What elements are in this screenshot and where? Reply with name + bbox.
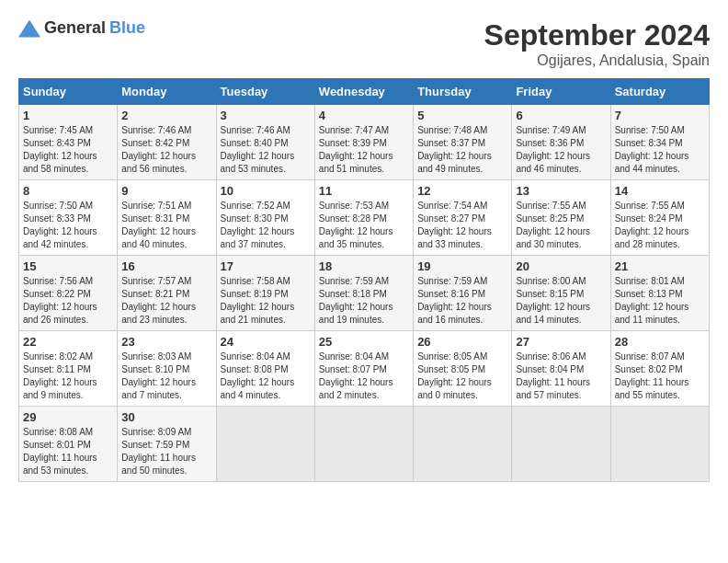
calendar-week-2: 15Sunrise: 7:56 AMSunset: 8:22 PMDayligh… bbox=[19, 256, 710, 331]
day-number: 27 bbox=[516, 335, 606, 349]
day-detail: Sunrise: 7:59 AMSunset: 8:18 PMDaylight:… bbox=[319, 276, 393, 325]
day-number: 12 bbox=[417, 184, 507, 198]
logo: GeneralBlue bbox=[18, 18, 145, 38]
location-title: Ogijares, Andalusia, Spain bbox=[484, 52, 710, 69]
calendar-cell: 25Sunrise: 8:04 AMSunset: 8:07 PMDayligh… bbox=[314, 331, 413, 407]
calendar-cell: 5Sunrise: 7:48 AMSunset: 8:37 PMDaylight… bbox=[414, 105, 512, 180]
calendar-cell: 4Sunrise: 7:47 AMSunset: 8:39 PMDaylight… bbox=[314, 105, 413, 180]
day-number: 19 bbox=[417, 259, 507, 273]
calendar-cell: 16Sunrise: 7:57 AMSunset: 8:21 PMDayligh… bbox=[118, 256, 216, 331]
calendar-cell: 6Sunrise: 7:49 AMSunset: 8:36 PMDaylight… bbox=[512, 105, 610, 180]
day-number: 11 bbox=[319, 184, 409, 198]
day-detail: Sunrise: 7:53 AMSunset: 8:28 PMDaylight:… bbox=[319, 201, 393, 249]
calendar-cell: 29Sunrise: 8:08 AMSunset: 8:01 PMDayligh… bbox=[19, 407, 118, 482]
calendar-cell bbox=[512, 407, 610, 482]
day-detail: Sunrise: 8:01 AMSunset: 8:13 PMDaylight:… bbox=[615, 276, 689, 325]
calendar-cell: 11Sunrise: 7:53 AMSunset: 8:28 PMDayligh… bbox=[314, 180, 413, 256]
logo-general: General bbox=[44, 18, 106, 38]
day-detail: Sunrise: 8:07 AMSunset: 8:02 PMDaylight:… bbox=[615, 351, 689, 400]
calendar-cell: 24Sunrise: 8:04 AMSunset: 8:08 PMDayligh… bbox=[216, 331, 314, 407]
day-number: 17 bbox=[221, 259, 311, 273]
day-detail: Sunrise: 8:04 AMSunset: 8:08 PMDaylight:… bbox=[221, 351, 295, 400]
logo-icon bbox=[18, 19, 40, 38]
day-number: 26 bbox=[417, 335, 507, 349]
calendar-cell: 17Sunrise: 7:58 AMSunset: 8:19 PMDayligh… bbox=[216, 256, 314, 331]
day-detail: Sunrise: 8:06 AMSunset: 8:04 PMDaylight:… bbox=[516, 351, 590, 400]
calendar-cell: 12Sunrise: 7:54 AMSunset: 8:27 PMDayligh… bbox=[414, 180, 512, 256]
weekday-header-wednesday: Wednesday bbox=[314, 79, 413, 105]
day-number: 2 bbox=[121, 109, 211, 122]
day-detail: Sunrise: 7:51 AMSunset: 8:31 PMDaylight:… bbox=[121, 201, 196, 249]
day-detail: Sunrise: 8:08 AMSunset: 8:01 PMDaylight:… bbox=[23, 427, 97, 476]
calendar-week-4: 29Sunrise: 8:08 AMSunset: 8:01 PMDayligh… bbox=[19, 407, 710, 482]
calendar-table: SundayMondayTuesdayWednesdayThursdayFrid… bbox=[18, 78, 710, 482]
calendar-cell: 15Sunrise: 7:56 AMSunset: 8:22 PMDayligh… bbox=[19, 256, 118, 331]
day-detail: Sunrise: 7:57 AMSunset: 8:21 PMDaylight:… bbox=[121, 276, 196, 325]
day-detail: Sunrise: 7:59 AMSunset: 8:16 PMDaylight:… bbox=[417, 276, 492, 325]
calendar-week-3: 22Sunrise: 8:02 AMSunset: 8:11 PMDayligh… bbox=[19, 331, 710, 407]
day-number: 29 bbox=[23, 410, 113, 424]
day-detail: Sunrise: 7:58 AMSunset: 8:19 PMDaylight:… bbox=[221, 276, 295, 325]
calendar-cell bbox=[216, 407, 314, 482]
weekday-header-sunday: Sunday bbox=[19, 79, 118, 105]
day-detail: Sunrise: 7:56 AMSunset: 8:22 PMDaylight:… bbox=[23, 276, 97, 325]
calendar-cell: 1Sunrise: 7:45 AMSunset: 8:43 PMDaylight… bbox=[19, 105, 118, 180]
day-number: 1 bbox=[23, 109, 113, 122]
month-title: September 2024 bbox=[484, 18, 710, 52]
day-detail: Sunrise: 8:00 AMSunset: 8:15 PMDaylight:… bbox=[516, 276, 590, 325]
calendar-cell bbox=[414, 407, 512, 482]
day-number: 9 bbox=[121, 184, 211, 198]
day-number: 20 bbox=[516, 259, 606, 273]
day-number: 10 bbox=[221, 184, 311, 198]
day-detail: Sunrise: 7:45 AMSunset: 8:43 PMDaylight:… bbox=[23, 125, 97, 174]
day-number: 5 bbox=[417, 109, 507, 122]
calendar-cell: 23Sunrise: 8:03 AMSunset: 8:10 PMDayligh… bbox=[118, 331, 216, 407]
logo-blue: Blue bbox=[109, 18, 145, 38]
day-number: 22 bbox=[23, 335, 113, 349]
weekday-header-row: SundayMondayTuesdayWednesdayThursdayFrid… bbox=[19, 79, 710, 105]
calendar-cell bbox=[314, 407, 413, 482]
day-detail: Sunrise: 7:50 AMSunset: 8:33 PMDaylight:… bbox=[23, 201, 97, 249]
calendar-cell: 10Sunrise: 7:52 AMSunset: 8:30 PMDayligh… bbox=[216, 180, 314, 256]
calendar-cell: 19Sunrise: 7:59 AMSunset: 8:16 PMDayligh… bbox=[414, 256, 512, 331]
weekday-header-monday: Monday bbox=[118, 79, 216, 105]
calendar-cell: 27Sunrise: 8:06 AMSunset: 8:04 PMDayligh… bbox=[512, 331, 610, 407]
calendar-cell: 9Sunrise: 7:51 AMSunset: 8:31 PMDaylight… bbox=[118, 180, 216, 256]
calendar-cell: 30Sunrise: 8:09 AMSunset: 7:59 PMDayligh… bbox=[118, 407, 216, 482]
calendar-cell: 18Sunrise: 7:59 AMSunset: 8:18 PMDayligh… bbox=[314, 256, 413, 331]
day-detail: Sunrise: 8:02 AMSunset: 8:11 PMDaylight:… bbox=[23, 351, 97, 400]
day-number: 28 bbox=[615, 335, 705, 349]
day-number: 7 bbox=[615, 109, 705, 122]
weekday-header-tuesday: Tuesday bbox=[216, 79, 314, 105]
calendar-cell: 20Sunrise: 8:00 AMSunset: 8:15 PMDayligh… bbox=[512, 256, 610, 331]
day-number: 23 bbox=[121, 335, 211, 349]
day-detail: Sunrise: 7:48 AMSunset: 8:37 PMDaylight:… bbox=[417, 125, 492, 174]
day-detail: Sunrise: 7:55 AMSunset: 8:24 PMDaylight:… bbox=[615, 201, 689, 249]
svg-marker-0 bbox=[18, 19, 40, 37]
day-detail: Sunrise: 8:04 AMSunset: 8:07 PMDaylight:… bbox=[319, 351, 393, 400]
day-number: 21 bbox=[615, 259, 705, 273]
weekday-header-thursday: Thursday bbox=[414, 79, 512, 105]
day-number: 6 bbox=[516, 109, 606, 122]
calendar-cell: 22Sunrise: 8:02 AMSunset: 8:11 PMDayligh… bbox=[19, 331, 118, 407]
day-number: 8 bbox=[23, 184, 113, 198]
day-number: 15 bbox=[23, 259, 113, 273]
day-detail: Sunrise: 7:46 AMSunset: 8:42 PMDaylight:… bbox=[121, 125, 196, 174]
calendar-cell: 26Sunrise: 8:05 AMSunset: 8:05 PMDayligh… bbox=[414, 331, 512, 407]
calendar-cell: 3Sunrise: 7:46 AMSunset: 8:40 PMDaylight… bbox=[216, 105, 314, 180]
day-detail: Sunrise: 7:47 AMSunset: 8:39 PMDaylight:… bbox=[319, 125, 393, 174]
day-detail: Sunrise: 7:46 AMSunset: 8:40 PMDaylight:… bbox=[221, 125, 295, 174]
calendar-cell: 14Sunrise: 7:55 AMSunset: 8:24 PMDayligh… bbox=[610, 180, 709, 256]
day-number: 13 bbox=[516, 184, 606, 198]
day-detail: Sunrise: 7:52 AMSunset: 8:30 PMDaylight:… bbox=[221, 201, 295, 249]
day-number: 24 bbox=[221, 335, 311, 349]
title-block: September 2024 Ogijares, Andalusia, Spai… bbox=[484, 18, 710, 69]
weekday-header-saturday: Saturday bbox=[610, 79, 709, 105]
day-detail: Sunrise: 8:03 AMSunset: 8:10 PMDaylight:… bbox=[121, 351, 196, 400]
day-number: 4 bbox=[319, 109, 409, 122]
calendar-cell: 21Sunrise: 8:01 AMSunset: 8:13 PMDayligh… bbox=[610, 256, 709, 331]
day-number: 14 bbox=[615, 184, 705, 198]
calendar-cell: 2Sunrise: 7:46 AMSunset: 8:42 PMDaylight… bbox=[118, 105, 216, 180]
weekday-header-friday: Friday bbox=[512, 79, 610, 105]
day-number: 30 bbox=[121, 410, 211, 424]
